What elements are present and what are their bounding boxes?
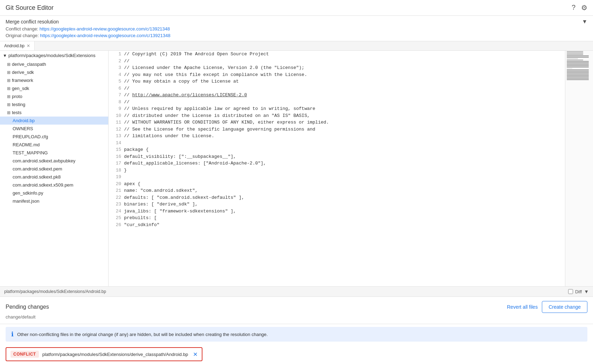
- conflict-area: CONFLICT platform/packages/modules/SdkEx…: [0, 344, 593, 364]
- sidebar-item-folder[interactable]: ⊞gen_sdk: [0, 84, 108, 92]
- merge-bar: Merge conflict resolution ▼ Conflict cha…: [0, 16, 593, 41]
- create-change-button[interactable]: Create change: [542, 301, 587, 313]
- table-row: 1// Copyright (C) 2019 The Android Open …: [109, 51, 565, 58]
- line-content: apex {: [123, 181, 565, 188]
- sidebar-root[interactable]: ▼ platform/packages/modules/SdkExtension…: [0, 51, 108, 60]
- merge-bar-arrow-icon[interactable]: ▼: [582, 19, 587, 25]
- minimap: [565, 51, 593, 286]
- line-number: 6: [109, 85, 123, 92]
- sidebar-item-file[interactable]: gen_sdkinfo.py: [0, 189, 108, 197]
- main-area: ▼ platform/packages/modules/SdkExtension…: [0, 51, 593, 286]
- code-area[interactable]: 1// Copyright (C) 2019 The Android Open …: [109, 51, 565, 286]
- sidebar-item-folder[interactable]: ⊞tests: [0, 108, 108, 117]
- minimap-line: [567, 75, 589, 76]
- sidebar-item-file[interactable]: manifest.json: [0, 197, 108, 205]
- line-number: 26: [109, 222, 123, 229]
- table-row: 13// limitations under the License.: [109, 133, 565, 140]
- minimap-line: [567, 62, 589, 63]
- table-row: 12// See the License for the specific la…: [109, 126, 565, 133]
- line-content: //: [123, 85, 565, 92]
- sidebar-file-label: TEST_MAPPING: [13, 150, 48, 155]
- minimap-line: [567, 51, 583, 52]
- expand-icon: ⊞: [7, 62, 11, 67]
- line-number: 24: [109, 208, 123, 215]
- line-content: java_libs: [ "framework-sdkextensions" ]…: [123, 208, 565, 215]
- file-tab-bar: Android.bp ✕: [0, 41, 593, 51]
- sidebar-item-folder[interactable]: ⊞derive_sdk: [0, 68, 108, 76]
- line-content: // Unless required by applicable law or …: [123, 105, 565, 112]
- line-number: 13: [109, 133, 123, 140]
- sidebar-item-file[interactable]: com.android.sdkext.avbpubkey: [0, 157, 108, 165]
- original-change-row: Original change: https://googleplex-andr…: [6, 33, 587, 38]
- sidebar-folder-label: derive_classpath: [12, 62, 46, 67]
- minimap-line: [567, 71, 589, 72]
- line-number: 11: [109, 119, 123, 126]
- minimap-line: [567, 69, 589, 70]
- table-row: 23 binaries: [ "derive_sdk" ],: [109, 201, 565, 208]
- expand-icon: ⊞: [7, 86, 11, 91]
- pending-actions: Revert all files Create change: [507, 301, 587, 313]
- top-bar-actions: ? ⚙: [572, 4, 587, 12]
- minimap-line: [567, 61, 589, 62]
- sidebar-item-file[interactable]: README.md: [0, 141, 108, 149]
- sidebar-item-folder[interactable]: ⊞derive_classpath: [0, 60, 108, 68]
- table-row: 4// you may not use this file except in …: [109, 71, 565, 78]
- sidebar-item-folder[interactable]: ⊞testing: [0, 100, 108, 108]
- sidebar-item-file[interactable]: OWNERS: [0, 125, 108, 133]
- expand-icon: ⊞: [7, 78, 11, 83]
- line-number: 7: [109, 92, 123, 99]
- line-content: // You may obtain a copy of the License …: [123, 78, 565, 85]
- sidebar: ▼ platform/packages/modules/SdkExtension…: [0, 51, 109, 286]
- line-number: 21: [109, 187, 123, 194]
- table-row: 24 java_libs: [ "framework-sdkextensions…: [109, 208, 565, 215]
- app-title: Git Source Editor: [6, 4, 54, 12]
- line-content: }: [123, 167, 565, 174]
- sidebar-item-file[interactable]: Android.bp: [0, 117, 108, 125]
- top-bar: Git Source Editor ? ⚙: [0, 0, 593, 16]
- license-link[interactable]: http://www.apache.org/licenses/LICENSE-2…: [132, 92, 247, 98]
- file-tab-name: Android.bp: [4, 43, 25, 48]
- expand-icon: ⊞: [7, 102, 11, 107]
- sidebar-item-folder[interactable]: ⊞proto: [0, 92, 108, 100]
- conflict-close-icon[interactable]: ✕: [193, 351, 198, 358]
- help-icon[interactable]: ?: [572, 4, 575, 12]
- line-content: // WITHOUT WARRANTIES OR CONDITIONS OF A…: [123, 119, 565, 126]
- minimap-line: [567, 65, 589, 66]
- sidebar-item-file[interactable]: com.android.sdkext.x509.pem: [0, 181, 108, 189]
- line-content: // you may not use this file except in c…: [123, 71, 565, 78]
- sidebar-item-file[interactable]: TEST_MAPPING: [0, 149, 108, 157]
- revert-all-button[interactable]: Revert all files: [507, 304, 538, 310]
- sidebar-file-label: PREUPLOAD.cfg: [13, 134, 48, 139]
- sidebar-item-folder[interactable]: ⊞framework: [0, 76, 108, 84]
- table-row: 3// Licensed under the Apache License, V…: [109, 64, 565, 71]
- line-number: 8: [109, 99, 123, 106]
- original-change-link[interactable]: https://googleplex-android-review.google…: [40, 33, 170, 38]
- diff-dropdown-icon[interactable]: ▼: [584, 289, 589, 294]
- conflict-row: CONFLICT platform/packages/modules/SdkEx…: [6, 347, 202, 361]
- line-content: [123, 174, 565, 181]
- minimap-line: [567, 59, 583, 61]
- file-path: platform/packages/modules/SdkExtensions/…: [4, 289, 106, 294]
- conflict-path: platform/packages/modules/SdkExtensions/…: [42, 352, 188, 357]
- sidebar-item-file[interactable]: com.android.sdkext.pk8: [0, 173, 108, 181]
- sidebar-item-file[interactable]: PREUPLOAD.cfg: [0, 133, 108, 141]
- sidebar-item-file[interactable]: com.android.sdkext.pem: [0, 165, 108, 173]
- file-tab[interactable]: Android.bp ✕: [0, 41, 35, 50]
- table-row: 7// http://www.apache.org/licenses/LICEN…: [109, 92, 565, 99]
- table-row: 9// Unless required by applicable law or…: [109, 105, 565, 112]
- conflict-change-link[interactable]: https://googleplex-android-review.google…: [40, 26, 170, 31]
- sidebar-folder-label: framework: [12, 78, 33, 83]
- table-row: 16 default_visibility: [":__subpackages_…: [109, 153, 565, 160]
- minimap-line: [567, 68, 572, 69]
- line-number: 25: [109, 215, 123, 222]
- sidebar-file-label: com.android.sdkext.x509.pem: [13, 182, 73, 188]
- path-bar: platform/packages/modules/SdkExtensions/…: [0, 286, 593, 297]
- settings-icon[interactable]: ⚙: [581, 4, 587, 12]
- line-number: 9: [109, 105, 123, 112]
- file-tab-close-icon[interactable]: ✕: [27, 43, 30, 48]
- expand-icon: ⊞: [7, 94, 11, 99]
- diff-checkbox-input[interactable]: [568, 289, 573, 294]
- sidebar-file-label: gen_sdkinfo.py: [13, 190, 43, 196]
- line-content: // http://www.apache.org/licenses/LICENS…: [123, 92, 565, 99]
- table-row: 22 defaults: [ "com.android.sdkext-defau…: [109, 194, 565, 201]
